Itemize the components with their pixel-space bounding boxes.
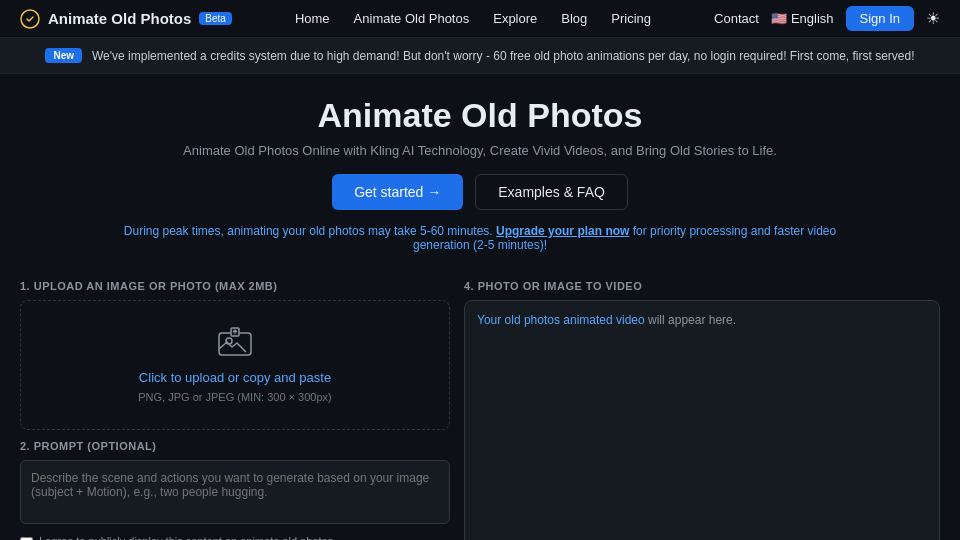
upgrade-link[interactable]: Upgrade your plan now xyxy=(496,224,629,238)
video-placeholder-part1: Your old photos animated video xyxy=(477,313,645,327)
nav-animate[interactable]: Animate Old Photos xyxy=(354,11,470,26)
examples-faq-button[interactable]: Examples & FAQ xyxy=(475,174,628,210)
main-content: 1. UPLOAD AN IMAGE OR PHOTO (MAX 2MB) Cl… xyxy=(0,280,960,540)
hero-title: Animate Old Photos xyxy=(20,96,940,135)
announcement-banner: New We've implemented a credits system d… xyxy=(0,38,960,74)
brand: Animate Old Photos Beta xyxy=(20,9,232,29)
nav-blog[interactable]: Blog xyxy=(561,11,587,26)
nav-explore[interactable]: Explore xyxy=(493,11,537,26)
nav-links: Home Animate Old Photos Explore Blog Pri… xyxy=(295,11,651,26)
sign-in-button[interactable]: Sign In xyxy=(846,6,914,31)
hero-section: Animate Old Photos Animate Old Photos On… xyxy=(0,74,960,280)
prompt-label: 2. PROMPT (OPTIONAL) xyxy=(20,440,450,452)
upload-hint: PNG, JPG or JPEG (MIN: 300 × 300px) xyxy=(138,391,331,403)
language-selector[interactable]: 🇺🇸 English xyxy=(771,11,834,26)
upload-text: Click to upload or copy and paste xyxy=(139,370,331,385)
brand-name: Animate Old Photos xyxy=(48,10,191,27)
prompt-textarea[interactable] xyxy=(20,460,450,524)
banner-text: We've implemented a credits system due t… xyxy=(92,49,915,63)
brand-logo-icon xyxy=(20,9,40,29)
agree-label: I agree to publicly display this content… xyxy=(39,535,336,540)
nav-pricing[interactable]: Pricing xyxy=(611,11,651,26)
upload-or-text: or copy and paste xyxy=(228,370,331,385)
video-placeholder: Your old photos animated video will appe… xyxy=(477,313,736,327)
peak-notice-text: During peak times, animating your old ph… xyxy=(124,224,493,238)
right-panel: 4. PHOTO OR IMAGE TO VIDEO Your old phot… xyxy=(464,280,940,540)
hero-buttons: Get started → Examples & FAQ xyxy=(20,174,940,210)
video-placeholder-part2: will appear here. xyxy=(648,313,736,327)
upload-area[interactable]: Click to upload or copy and paste PNG, J… xyxy=(20,300,450,430)
language-label: English xyxy=(791,11,834,26)
navbar-actions: Contact 🇺🇸 English Sign In ☀ xyxy=(714,6,940,31)
checkbox-row: I agree to publicly display this content… xyxy=(20,535,450,540)
hero-subtitle: Animate Old Photos Online with Kling AI … xyxy=(20,143,940,158)
upload-click-text: Click to upload xyxy=(139,370,224,385)
navbar: Animate Old Photos Beta Home Animate Old… xyxy=(0,0,960,38)
left-panel: 1. UPLOAD AN IMAGE OR PHOTO (MAX 2MB) Cl… xyxy=(20,280,450,540)
theme-toggle-button[interactable]: ☀ xyxy=(926,9,940,28)
nav-home[interactable]: Home xyxy=(295,11,330,26)
contact-link[interactable]: Contact xyxy=(714,11,759,26)
brand-badge: Beta xyxy=(199,12,232,25)
video-section-label: 4. PHOTO OR IMAGE TO VIDEO xyxy=(464,280,940,292)
upload-label: 1. UPLOAD AN IMAGE OR PHOTO (MAX 2MB) xyxy=(20,280,450,292)
get-started-button[interactable]: Get started → xyxy=(332,174,463,210)
peak-notice: During peak times, animating your old ph… xyxy=(20,224,940,252)
video-preview-area: Your old photos animated video will appe… xyxy=(464,300,940,540)
banner-badge: New xyxy=(45,48,82,63)
upload-icon xyxy=(217,327,253,364)
